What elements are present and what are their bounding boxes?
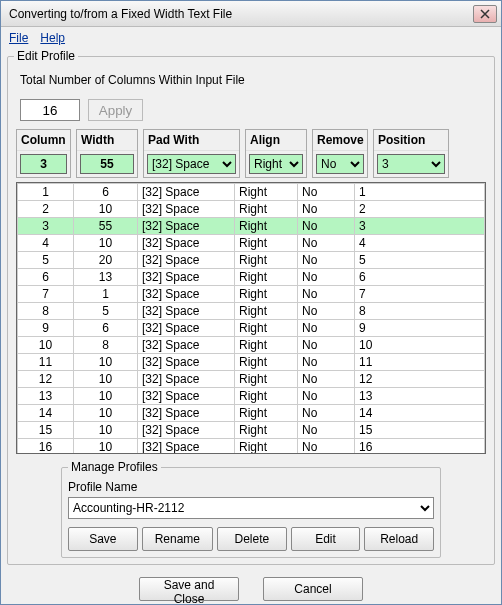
cell-remove: No: [298, 269, 355, 286]
cell-position: 11: [355, 354, 485, 371]
manage-profiles-legend: Manage Profiles: [68, 460, 161, 474]
cell-remove: No: [298, 422, 355, 439]
table-row[interactable]: 355[32] SpaceRightNo3: [18, 218, 485, 235]
cell-remove: No: [298, 388, 355, 405]
menu-help[interactable]: Help: [40, 31, 65, 45]
delete-button[interactable]: Delete: [217, 527, 287, 551]
columns-table[interactable]: 16[32] SpaceRightNo1210[32] SpaceRightNo…: [17, 183, 485, 454]
cell-column: 4: [18, 235, 74, 252]
column-editors: Column Width Pad With [32] Space Align R…: [14, 129, 488, 182]
position-select[interactable]: 3: [377, 154, 445, 174]
close-button[interactable]: [473, 5, 497, 23]
cell-remove: No: [298, 320, 355, 337]
cell-column: 14: [18, 405, 74, 422]
rename-button[interactable]: Rename: [142, 527, 213, 551]
pad-select[interactable]: [32] Space: [147, 154, 236, 174]
cell-position: 5: [355, 252, 485, 269]
titlebar: Converting to/from a Fixed Width Text Fi…: [1, 1, 501, 27]
cell-position: 10: [355, 337, 485, 354]
cell-remove: No: [298, 184, 355, 201]
cell-position: 3: [355, 218, 485, 235]
cell-position: 16: [355, 439, 485, 455]
column-input[interactable]: [20, 154, 67, 174]
table-row[interactable]: 613[32] SpaceRightNo6: [18, 269, 485, 286]
cell-position: 2: [355, 201, 485, 218]
cell-width: 20: [74, 252, 138, 269]
table-row[interactable]: 1610[32] SpaceRightNo16: [18, 439, 485, 455]
apply-button: Apply: [88, 99, 143, 121]
save-button[interactable]: Save: [68, 527, 138, 551]
cell-column: 15: [18, 422, 74, 439]
edit-button[interactable]: Edit: [291, 527, 361, 551]
table-row[interactable]: 1510[32] SpaceRightNo15: [18, 422, 485, 439]
cell-align: Right: [235, 286, 298, 303]
cell-column: 3: [18, 218, 74, 235]
table-row[interactable]: 71[32] SpaceRightNo7: [18, 286, 485, 303]
header-width: Width: [77, 130, 137, 151]
cell-pad: [32] Space: [138, 371, 235, 388]
table-row[interactable]: 16[32] SpaceRightNo1: [18, 184, 485, 201]
cell-width: 6: [74, 320, 138, 337]
cell-width: 1: [74, 286, 138, 303]
cell-pad: [32] Space: [138, 218, 235, 235]
cell-width: 10: [74, 405, 138, 422]
cell-pad: [32] Space: [138, 422, 235, 439]
cell-position: 8: [355, 303, 485, 320]
table-row[interactable]: 1210[32] SpaceRightNo12: [18, 371, 485, 388]
close-icon: [480, 9, 490, 19]
cell-width: 10: [74, 371, 138, 388]
header-pad: Pad With: [144, 130, 239, 151]
total-columns-input[interactable]: [20, 99, 80, 121]
cell-position: 14: [355, 405, 485, 422]
manage-profiles-group: Manage Profiles Profile Name Accounting-…: [61, 460, 441, 558]
cell-pad: [32] Space: [138, 320, 235, 337]
cell-pad: [32] Space: [138, 439, 235, 455]
table-row[interactable]: 1310[32] SpaceRightNo13: [18, 388, 485, 405]
cell-align: Right: [235, 218, 298, 235]
reload-button[interactable]: Reload: [364, 527, 434, 551]
menu-file[interactable]: File: [9, 31, 28, 45]
table-row[interactable]: 410[32] SpaceRightNo4: [18, 235, 485, 252]
cell-align: Right: [235, 201, 298, 218]
cell-position: 15: [355, 422, 485, 439]
cell-position: 7: [355, 286, 485, 303]
cell-width: 5: [74, 303, 138, 320]
cell-width: 55: [74, 218, 138, 235]
profile-name-select[interactable]: Accounting-HR-2112: [68, 497, 434, 519]
cell-pad: [32] Space: [138, 303, 235, 320]
align-select[interactable]: Right: [249, 154, 303, 174]
total-columns-area: Total Number of Columns Within Input Fil…: [14, 69, 488, 129]
width-input[interactable]: [80, 154, 134, 174]
table-row[interactable]: 520[32] SpaceRightNo5: [18, 252, 485, 269]
cell-width: 10: [74, 439, 138, 455]
save-and-close-button[interactable]: Save and Close: [139, 577, 239, 601]
cell-width: 8: [74, 337, 138, 354]
cell-pad: [32] Space: [138, 252, 235, 269]
cell-position: 12: [355, 371, 485, 388]
cell-pad: [32] Space: [138, 269, 235, 286]
table-row[interactable]: 1110[32] SpaceRightNo11: [18, 354, 485, 371]
cell-align: Right: [235, 354, 298, 371]
cancel-button[interactable]: Cancel: [263, 577, 363, 601]
cell-remove: No: [298, 303, 355, 320]
table-row[interactable]: 108[32] SpaceRightNo10: [18, 337, 485, 354]
cell-remove: No: [298, 405, 355, 422]
table-row[interactable]: 210[32] SpaceRightNo2: [18, 201, 485, 218]
table-row[interactable]: 96[32] SpaceRightNo9: [18, 320, 485, 337]
cell-remove: No: [298, 218, 355, 235]
remove-select[interactable]: No: [316, 154, 364, 174]
cell-align: Right: [235, 269, 298, 286]
cell-column: 13: [18, 388, 74, 405]
cell-pad: [32] Space: [138, 235, 235, 252]
cell-width: 10: [74, 422, 138, 439]
table-row[interactable]: 1410[32] SpaceRightNo14: [18, 405, 485, 422]
cell-width: 10: [74, 201, 138, 218]
cell-remove: No: [298, 235, 355, 252]
table-row[interactable]: 85[32] SpaceRightNo8: [18, 303, 485, 320]
cell-pad: [32] Space: [138, 286, 235, 303]
columns-table-wrap: 16[32] SpaceRightNo1210[32] SpaceRightNo…: [16, 182, 486, 454]
menubar: File Help: [1, 27, 501, 49]
cell-column: 9: [18, 320, 74, 337]
cell-pad: [32] Space: [138, 405, 235, 422]
cell-column: 8: [18, 303, 74, 320]
